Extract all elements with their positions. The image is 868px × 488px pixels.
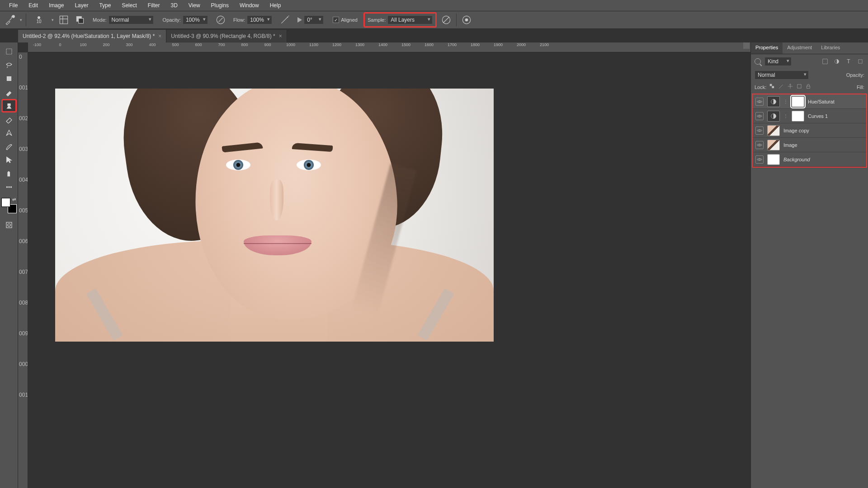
ruler-vertical[interactable]: 010020030040050060070080090010001100	[18, 52, 28, 488]
layer-name[interactable]: Hue/Saturat	[808, 99, 835, 104]
svg-rect-24	[807, 86, 810, 88]
document-tab-1[interactable]: Untitled-3 @ 90.9% (Rectangle 4, RGB/8) …	[166, 30, 287, 42]
portrait-image	[55, 89, 494, 342]
path-select-tool[interactable]	[2, 154, 16, 166]
lock-position-icon[interactable]	[787, 83, 793, 91]
svg-rect-20	[859, 60, 862, 63]
svg-point-14	[8, 187, 9, 188]
layer-mask-thumb[interactable]	[792, 96, 804, 107]
brush-preset-picker[interactable]: 10	[30, 16, 48, 24]
filter-adjust-icon[interactable]	[833, 57, 841, 66]
visibility-toggle[interactable]	[755, 98, 764, 106]
menu-image[interactable]: Image	[43, 0, 69, 10]
lock-all-icon[interactable]	[805, 83, 811, 91]
menu-bar: FileEditImageLayerTypeSelectFilter3DView…	[0, 0, 868, 11]
layer-row[interactable]: ⋮Hue/Saturat	[753, 94, 866, 109]
svg-rect-18	[823, 59, 828, 64]
visibility-toggle[interactable]	[755, 112, 764, 120]
menu-view[interactable]: View	[183, 0, 206, 10]
menu-layer[interactable]: Layer	[69, 0, 94, 10]
layer-name[interactable]: Background	[783, 157, 810, 162]
clone-source-panel-icon[interactable]	[74, 14, 86, 26]
angle-input[interactable]: 0°	[304, 15, 324, 24]
menu-help[interactable]: Help	[264, 0, 287, 10]
menu-file[interactable]: File	[4, 0, 23, 10]
tab-properties[interactable]: Properties	[751, 42, 783, 54]
link-icon[interactable]: ⋮	[783, 113, 788, 118]
menu-select[interactable]: Select	[116, 0, 142, 10]
toggle-brush-panel-icon[interactable]	[57, 14, 70, 26]
layer-thumb[interactable]	[767, 140, 780, 150]
foreground-background-colors[interactable]: ⇄	[1, 198, 17, 213]
filter-shape-icon[interactable]	[856, 57, 864, 66]
filter-kind-select[interactable]: Kind	[764, 57, 792, 66]
menu-filter[interactable]: Filter	[142, 0, 165, 10]
swap-colors-icon[interactable]: ⇄	[12, 197, 16, 202]
pressure-opacity-icon[interactable]	[214, 14, 227, 26]
document-tab-0[interactable]: Untitled-2 @ 92.4% (Hue/Saturation 1, La…	[18, 30, 166, 42]
visibility-toggle[interactable]	[755, 141, 764, 149]
tab-libraries[interactable]: Libraries	[816, 42, 844, 54]
layer-row[interactable]: ⋮Curves 1	[753, 109, 866, 123]
layer-mask-thumb[interactable]	[792, 111, 804, 122]
visibility-toggle[interactable]	[755, 155, 764, 164]
close-icon[interactable]: ×	[158, 33, 161, 39]
svg-rect-21	[770, 84, 772, 86]
layer-thumb[interactable]	[767, 154, 780, 165]
lasso-tool[interactable]	[2, 59, 16, 71]
sample-select[interactable]: All Layers	[387, 15, 433, 24]
crop-tool[interactable]	[2, 72, 16, 85]
clone-stamp-tool[interactable]	[2, 99, 16, 112]
pen-tool[interactable]	[2, 127, 16, 139]
more-tools[interactable]	[2, 181, 16, 193]
pressure-size-icon[interactable]	[460, 14, 473, 26]
layer-row[interactable]: Image copy	[753, 123, 866, 138]
menu-type[interactable]: Type	[94, 0, 116, 10]
right-panels: Properties Adjustment Libraries Kind T N…	[750, 42, 868, 488]
visibility-toggle[interactable]	[755, 127, 764, 135]
adjustment-thumb[interactable]	[767, 96, 780, 107]
active-tool-icon[interactable]	[4, 14, 16, 26]
lock-pixels-icon[interactable]	[778, 83, 784, 91]
filter-pixel-icon[interactable]	[821, 57, 829, 66]
lock-artboard-icon[interactable]	[796, 83, 802, 91]
scroll-up-button[interactable]	[743, 42, 750, 49]
layer-name[interactable]: Image	[783, 142, 797, 148]
angle-group: 0°	[295, 15, 326, 24]
layer-row[interactable]: Background	[753, 152, 866, 167]
eyedropper-tool[interactable]	[2, 86, 16, 99]
close-icon[interactable]: ×	[279, 33, 282, 39]
aligned-checkbox[interactable]: ✓	[333, 17, 339, 23]
layer-name[interactable]: Curves 1	[808, 113, 828, 119]
ignore-adjustment-icon[interactable]	[440, 14, 453, 26]
flow-group: Flow: 100%	[231, 15, 275, 24]
document-canvas[interactable]	[55, 89, 494, 342]
foreground-color[interactable]	[1, 198, 10, 207]
eraser-tool[interactable]	[2, 113, 16, 126]
airbrush-icon[interactable]	[278, 14, 291, 26]
hand-tool[interactable]	[2, 167, 16, 180]
quickmask-tool[interactable]	[2, 219, 16, 231]
lock-transparent-icon[interactable]	[769, 83, 775, 91]
move-tool[interactable]	[2, 45, 16, 58]
svg-point-25	[759, 101, 760, 103]
menu-edit[interactable]: Edit	[23, 0, 43, 10]
layer-filter-row: Kind T	[751, 54, 868, 69]
filter-type-icon[interactable]: T	[844, 57, 853, 66]
tab-adjustment[interactable]: Adjustment	[783, 42, 816, 54]
brush-tool[interactable]	[2, 140, 16, 153]
link-icon[interactable]: ⋮	[783, 99, 788, 104]
layer-thumb[interactable]	[767, 125, 780, 136]
opacity-input[interactable]: 100%	[183, 15, 208, 24]
flow-input[interactable]: 100%	[247, 15, 272, 24]
layer-row[interactable]: Image	[753, 138, 866, 152]
menu-3d[interactable]: 3D	[165, 0, 183, 10]
adjustment-thumb[interactable]	[767, 111, 780, 122]
mode-select[interactable]: Normal	[108, 15, 154, 24]
menu-plugins[interactable]: Plugins	[206, 0, 234, 10]
svg-rect-12	[8, 104, 10, 106]
ruler-horizontal[interactable]: -100010020030040050060070080090010001100…	[28, 42, 750, 52]
menu-window[interactable]: Window	[234, 0, 264, 10]
blend-mode-select[interactable]: Normal	[755, 70, 809, 80]
layer-name[interactable]: Image copy	[783, 128, 809, 133]
